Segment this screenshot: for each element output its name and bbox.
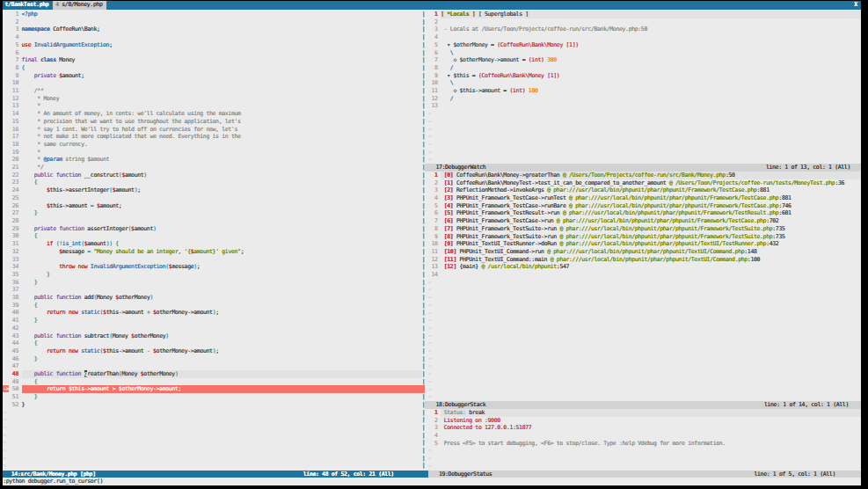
code-line: 22 public function __construct($amount) — [3, 172, 422, 179]
statusline-stack-ruler: line: 1 of 14, col: 1 (All) — [764, 401, 849, 409]
watch-line: ~ — [425, 110, 861, 118]
status-line: 5 Press <F5> to start debugging, <F6> to… — [425, 440, 861, 448]
code-line: 2 — [3, 18, 422, 26]
code-line: 46 } — [3, 355, 422, 363]
stack-frame-line: 9 [8] PHPUnit_Framework_TestSuite->run @… — [425, 233, 861, 241]
watch-line: 9 ▾ $this = (CoffeeRun\Bank\Money [1]) — [425, 72, 861, 80]
code-line: 26 $this->amount = $amount; — [3, 202, 422, 210]
code-line: 32 $message = "Money should be an intege… — [3, 248, 422, 256]
code-line: ~ — [3, 455, 422, 463]
stack-frame-line: 10 [9] PHPUnit_TextUI_TestRunner->doRun … — [425, 240, 861, 248]
code-line: ~ — [3, 409, 422, 417]
tab-money[interactable]: 4 s/B/Money.php — [53, 1, 106, 10]
stack-frame-line: ~ — [425, 302, 861, 310]
code-line: 47 — [3, 362, 422, 370]
code-line: 40 return new static($this->amount + $ot… — [3, 309, 422, 317]
stack-frame-line: 7 [6] PHPUnit_Framework_TestCase->run @ … — [425, 217, 861, 225]
stack-frame-line: 13 [12] {main} @ /usr/local/bin/phpunit:… — [425, 263, 861, 271]
code-line: ~ — [3, 424, 422, 432]
statusline-watch-ruler: line: 1 of 13, col: 1 (All) — [766, 164, 850, 172]
code-line: 15 * precision that we want to use throu… — [3, 118, 422, 126]
watch-line: 11 ◇ $this->amount = (int) 100 — [425, 87, 861, 95]
stack-frame-line: ~ — [425, 294, 861, 302]
code-line: 10 — [3, 79, 422, 87]
stack-frame-line: 6 [5] PHPUnit_Framework_TestResult->run … — [425, 209, 861, 217]
stack-frame-line: 2 [1] CoffeeRun\Bank\MoneyTest->test_it_… — [425, 179, 861, 187]
watch-line: 8 / — [425, 64, 861, 72]
stack-frame-line: 3 [2] ReflectionMethod->invokeArgs @ pha… — [425, 186, 861, 194]
watch-line: 12 / — [425, 95, 861, 103]
stack-frame-line: ~ — [425, 370, 861, 378]
code-line: 24 $this->assertInteger($amount); — [3, 186, 422, 194]
statusline-active-file: 14:src/Bank/Money.php [php] line: 48 of … — [3, 471, 428, 478]
debugger-status-pane[interactable]: 1 Status: break 2 Listening on :9000 3 C… — [425, 409, 861, 471]
code-line: 51 } — [3, 393, 422, 401]
code-line: 36 } — [3, 279, 422, 287]
statusline-debugger-stack: 18:DebuggerStack line: 1 of 14, col: 1 (… — [425, 401, 861, 409]
command-line[interactable]: :python debugger.run_to_cursor() — [3, 478, 103, 485]
code-line: 30 { — [3, 232, 422, 240]
code-line: 41 } — [3, 317, 422, 325]
code-line: 12 * Money — [3, 95, 422, 103]
code-line: 28 — [3, 217, 422, 225]
debugger-stack-pane[interactable]: 1 [0] CoffeeRun\Bank\Money->greaterThan … — [425, 172, 861, 401]
stack-frame-line: 8 [7] PHPUnit_Framework_TestSuite->run @… — [425, 225, 861, 233]
code-line: 29 private function assertInteger($amoun… — [3, 225, 422, 233]
stack-frame-line: ~ — [425, 310, 861, 317]
code-line: 25 — [3, 194, 422, 202]
statusline-debugger-watch: 17:DebuggerWatch line: 1 of 13, col: 1 (… — [425, 164, 861, 172]
code-line: 11 /** — [3, 87, 422, 95]
code-line: 17 * not make it more complicated that w… — [3, 133, 422, 141]
code-line: 34 throw new InvalidArgumentException($m… — [3, 263, 422, 271]
code-line: 23 { — [3, 179, 422, 186]
code-line: 1 <?php — [3, 11, 422, 18]
statusline-stack-title: 18:DebuggerStack — [435, 401, 485, 409]
stack-frame-line: ~ — [425, 362, 861, 370]
code-line: 42 — [3, 325, 422, 332]
code-line: 49 { — [3, 378, 422, 386]
code-line: 19 * — [3, 149, 422, 157]
statusline-main-ruler: line: 48 of 52, col: 21 (All) — [303, 471, 394, 478]
watch-line: 5 ▾ $otherMoney = (CoffeeRun\Bank\Money … — [425, 41, 861, 49]
watch-line: ~ — [425, 133, 861, 141]
code-line: 3 namespace CoffeeRun\Bank; — [3, 26, 422, 33]
stack-frame-line: 11 [10] PHPUnit_TextUI_Command->run @ ph… — [425, 248, 861, 256]
code-line: 8 { — [3, 64, 422, 72]
code-line: 31 if (!is_int($amount)) { — [3, 240, 422, 248]
status-line: ~ — [425, 447, 861, 455]
stack-frame-line: 14 — [425, 271, 861, 279]
watch-line: ~ — [425, 149, 861, 157]
code-line: 14 * An amount of money, in cents: we'll… — [3, 110, 422, 118]
watch-line: 2 — [425, 18, 861, 26]
stack-frame-line: 4 [3] PHPUnit_Framework_TestCase->runTes… — [425, 194, 861, 202]
stack-frame-line: ~ — [425, 332, 861, 340]
status-line: 4 — [425, 432, 861, 440]
debugger-watch-pane[interactable]: 1 [ *Locals ] [ Superglobals ] 2 3 - Loc… — [425, 11, 861, 164]
watch-line: 1 [ *Locals ] [ Superglobals ] — [425, 11, 861, 18]
tab-bar-fill — [106, 1, 850, 10]
code-line: ~ — [3, 439, 422, 447]
stack-frame-line: 1 [0] CoffeeRun\Bank\Money->greaterThan … — [425, 172, 861, 179]
code-line: 7 final class Money — [3, 56, 422, 64]
code-line: 5 use InvalidArgumentException; — [3, 41, 422, 49]
tab-banktest[interactable]: t/BankTest.php — [3, 1, 53, 10]
code-line: 13 * — [3, 102, 422, 110]
tab-bar: t/BankTest.php 4 s/B/Money.php X — [3, 1, 861, 10]
tab-money-name: s/B/Money.php — [62, 1, 102, 9]
tab-close-icon[interactable]: X — [850, 1, 861, 10]
code-line: -> 50 return $this->amount > $otherMoney… — [3, 385, 422, 393]
code-line: 43 public function subtract(Money $other… — [3, 332, 422, 340]
code-line: 39 { — [3, 302, 422, 310]
code-line: 35 } — [3, 271, 422, 279]
watch-line: ~ — [425, 126, 861, 134]
status-line: 1 Status: break — [425, 409, 861, 417]
code-line: 33 — [3, 256, 422, 264]
stack-frame-line: 12 [11] PHPUnit_TextUI_Command::main @ p… — [425, 256, 861, 264]
code-editor-pane[interactable]: 1 <?php 2 3 namespace CoffeeRun\Bank; 4 … — [3, 11, 422, 470]
code-line: ~ — [3, 462, 422, 470]
stack-frame-line: ~ — [425, 279, 861, 287]
code-line: 9 private $amount; — [3, 72, 422, 80]
watch-line: ~ — [425, 141, 861, 149]
code-line: 44 { — [3, 339, 422, 347]
code-line: 52 } — [3, 401, 422, 409]
